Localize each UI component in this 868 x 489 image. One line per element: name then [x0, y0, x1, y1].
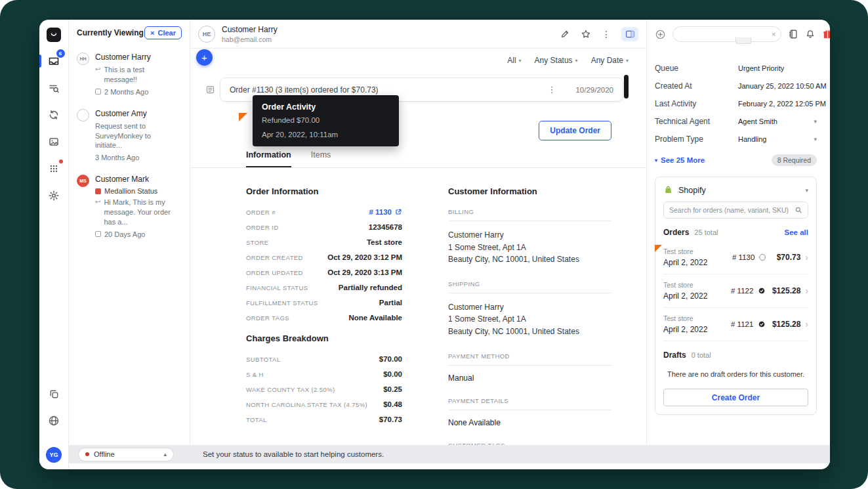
order-number-link[interactable]: # 1130 — [369, 208, 402, 216]
customer-email: hab@email.com — [222, 35, 278, 43]
agent-status-dropdown[interactable]: Offline ▴ — [78, 448, 174, 461]
customer-meta: Customer Harry hab@email.com — [222, 25, 278, 43]
table-row-order[interactable]: Test store April 2, 2022 # 1130 $70.73 › — [663, 241, 808, 274]
chevron-up-icon: ▴ — [163, 451, 167, 457]
conversation-preview: ↩ This is a test message!! — [95, 65, 178, 85]
assign-button[interactable] — [560, 29, 570, 39]
avatar: MS — [77, 175, 89, 187]
filter-status[interactable]: Any Status▾ — [535, 56, 578, 65]
sync-icon — [48, 109, 60, 121]
sidebar-item-views[interactable] — [39, 385, 69, 402]
feed-filters: All▾ Any Status▾ Any Date▾ — [190, 49, 646, 72]
user-avatar[interactable]: YG — [46, 447, 62, 463]
list-item-conversation[interactable]: Customer Amy Request sent to SurveyMonke… — [77, 109, 182, 162]
more-options-button[interactable]: ⋮ — [602, 29, 611, 39]
status-done-icon — [758, 320, 766, 328]
ticket-fields: Queue Urgent Priority Created At January… — [655, 59, 817, 148]
table-row: S & H$0.00 — [246, 370, 402, 378]
chevron-down-icon: ▾ — [519, 58, 522, 64]
clear-button[interactable]: × Clear — [144, 26, 182, 39]
add-circle-button[interactable] — [655, 29, 666, 40]
sidebar-search[interactable]: × — [672, 26, 781, 42]
checkbox-icon — [95, 89, 101, 95]
shopify-icon — [663, 185, 673, 195]
field-row-dropdown[interactable]: Problem Type Handling ▾ — [655, 130, 817, 148]
globe-icon — [48, 415, 60, 427]
list-item-conversation[interactable]: HH Customer Harry ↩ This is a test messa… — [77, 53, 182, 96]
conversation-name: Customer Harry — [95, 53, 178, 62]
drafts-empty-message: There are no draft orders for this custo… — [663, 370, 808, 378]
shopify-search[interactable] — [663, 202, 808, 219]
table-row-order[interactable]: Test store April 2, 2022 # 1122 $125.28 … — [663, 274, 808, 308]
order-card-date: 10/29/2020 — [575, 86, 613, 94]
content-row: Currently Viewing × Clear HH Customer Ha… — [69, 20, 830, 445]
tooltip-title: Order Activity — [262, 102, 390, 112]
conversation-body: Customer Mark Medallion Status ↩ Hi Mark… — [95, 175, 178, 238]
status-bar: Offline ▴ Set your status to available t… — [69, 445, 830, 463]
layers-icon — [49, 389, 60, 400]
chevron-down-icon: ▾ — [655, 158, 657, 163]
order-detail-content: Order Information ORDER # # 1130 ORDER I… — [190, 168, 646, 445]
chevron-down-icon: ▾ — [814, 118, 817, 125]
list-item-conversation[interactable]: MS Customer Mark Medallion Status ↩ Hi M… — [77, 175, 182, 238]
panel-title: Currently Viewing — [77, 28, 144, 37]
status-label: Offline — [94, 450, 115, 458]
table-row: ORDER # # 1130 — [246, 208, 402, 216]
add-button[interactable]: + — [196, 49, 213, 66]
filter-date[interactable]: Any Date▾ — [591, 56, 629, 65]
tab-information[interactable]: Information — [246, 150, 291, 167]
toggle-sidebar-button[interactable] — [621, 27, 638, 41]
kebab-icon[interactable]: ⋮ — [547, 85, 556, 95]
orders-total: 25 total — [694, 228, 718, 236]
section-title: Charges Breakdown — [246, 333, 402, 343]
filter-all[interactable]: All▾ — [507, 56, 521, 65]
shopify-header[interactable]: Shopify ▾ — [663, 185, 808, 195]
see-all-link[interactable]: See all — [785, 228, 808, 236]
status-done-icon — [758, 287, 766, 295]
update-order-button[interactable]: Update Order — [539, 121, 611, 140]
sidebar-item-language[interactable] — [39, 412, 69, 429]
sidebar-item-settings[interactable] — [39, 187, 69, 204]
sidebar-item-sync[interactable] — [39, 106, 69, 123]
search-input[interactable] — [678, 30, 772, 38]
shopify-search-input[interactable] — [669, 206, 795, 214]
right-sidebar: × — [646, 20, 830, 445]
status-message: Set your status to available to start he… — [203, 450, 384, 458]
order-store-date: Test store April 2, 2022 — [663, 314, 707, 334]
see-more-link[interactable]: ▾ See 25 More — [655, 156, 705, 164]
clear-button-label: Clear — [157, 29, 176, 37]
whats-new-button[interactable] — [822, 29, 830, 40]
customer-name: Customer Harry — [222, 25, 278, 34]
tooltip-date-line: Apr 20, 2022, 10:11am — [262, 131, 390, 138]
conversation-time: 20 Days Ago — [95, 230, 178, 238]
clear-search-icon[interactable]: × — [772, 30, 775, 38]
order-summary: # 1122 $125.28 › — [731, 286, 808, 296]
order-summary: # 1121 $125.28 › — [731, 319, 808, 330]
close-icon: × — [150, 30, 154, 37]
sidebar-item-inbox[interactable]: 6 — [39, 53, 69, 70]
tab-items[interactable]: Items — [311, 150, 331, 167]
payment-details-label: PAYMENT DETAILS — [448, 397, 612, 410]
right-part: Currently Viewing × Clear HH Customer Ha… — [69, 20, 830, 469]
star-button[interactable] — [581, 29, 591, 39]
create-order-button[interactable]: Create Order — [663, 389, 808, 406]
scrollbar-thumb[interactable] — [624, 75, 629, 98]
shopify-title: Shopify — [678, 186, 706, 195]
sidebar-item-apps[interactable] — [39, 160, 69, 177]
notifications-button[interactable] — [805, 29, 816, 39]
section-title: Order Information — [246, 186, 402, 196]
offline-dot-icon — [85, 452, 89, 456]
chevron-down-icon[interactable]: ▾ — [805, 187, 808, 194]
sidebar-item-media[interactable] — [39, 133, 69, 150]
table-row-order[interactable]: Test store April 2, 2022 # 1121 $125.28 … — [663, 308, 808, 341]
orders-label: Orders — [663, 228, 689, 237]
contact-book-icon — [788, 29, 798, 39]
search-icon — [795, 206, 802, 214]
field-row-dropdown[interactable]: Technical Agent Agent Smith ▾ — [655, 112, 817, 130]
macros-button[interactable] — [788, 29, 798, 39]
sidebar-item-search[interactable] — [39, 79, 69, 96]
apps-grid-icon — [49, 163, 59, 174]
shipping-label: SHIPPING — [448, 280, 612, 293]
shopify-widget: Shopify ▾ Orders 25 total See all — [655, 177, 817, 415]
orders-header: Orders 25 total See all — [663, 228, 808, 237]
